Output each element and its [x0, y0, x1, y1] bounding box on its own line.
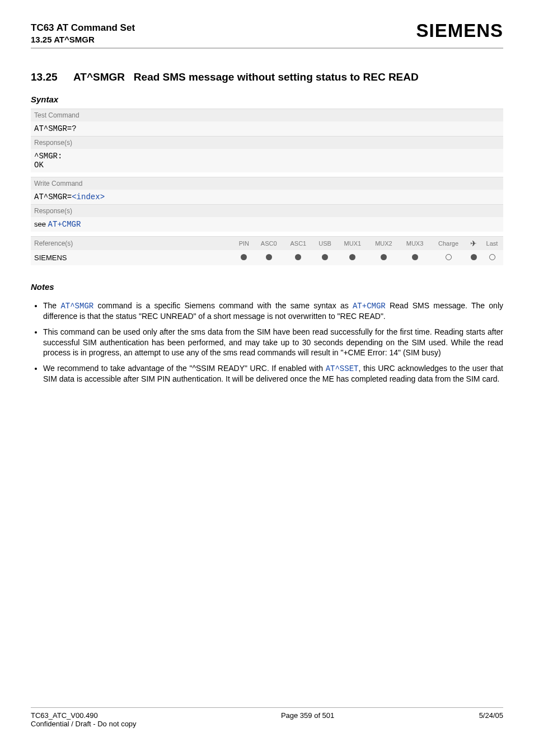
dot-asc1 — [284, 250, 313, 265]
note1-pre: The — [43, 301, 60, 310]
page-footer: TC63_ATC_V00.490 Confidential / Draft - … — [31, 707, 503, 728]
col-mux3: MUX3 — [399, 237, 430, 251]
col-usb: USB — [313, 237, 337, 251]
col-mux2: MUX2 — [368, 237, 400, 251]
note-item-2: This command can be used only after the … — [43, 327, 503, 358]
dot-mux1 — [337, 250, 368, 265]
col-mux1: MUX1 — [337, 237, 368, 251]
section-title-rest: Read SMS message without setting status … — [134, 71, 419, 83]
footer-date: 5/24/05 — [479, 711, 503, 728]
responses-label: Response(s) — [31, 137, 503, 149]
section-reference: 13.25 AT^SMGR — [31, 35, 135, 44]
test-response-line2: OK — [34, 161, 500, 170]
dot-charge — [430, 250, 466, 265]
notes-heading: Notes — [31, 282, 503, 292]
col-pin: PIN — [234, 237, 254, 251]
col-charge: Charge — [430, 237, 466, 251]
references-value: SIEMENS — [31, 250, 234, 265]
footer-page-number: Page 359 of 501 — [137, 711, 479, 728]
doc-title: TC63 AT Command Set — [31, 22, 135, 34]
write-command-param-link[interactable]: <index> — [72, 192, 105, 201]
write-command-prefix: AT^SMGR= — [34, 192, 72, 201]
note1-mid: command is a specific Siemens command wi… — [93, 301, 353, 310]
footer-doc-id: TC63_ATC_V00.490 — [31, 711, 137, 720]
dot-mux2 — [368, 250, 400, 265]
footer-left: TC63_ATC_V00.490 Confidential / Draft - … — [31, 711, 137, 728]
dot-usb — [313, 250, 337, 265]
test-response-line1: ^SMGR: — [34, 152, 500, 161]
header-left: TC63 AT Command Set 13.25 AT^SMGR — [31, 22, 135, 44]
write-response-link[interactable]: AT+CMGR — [48, 220, 81, 229]
dot-asc0 — [254, 250, 284, 265]
syntax-heading: Syntax — [31, 95, 503, 104]
note-item-3: We recommend to take advantage of the "^… — [43, 363, 503, 384]
notes-list: The AT^SMGR command is a specific Siemen… — [31, 300, 503, 389]
dot-mux3 — [399, 250, 430, 265]
section-cmd: AT^SMGR — [73, 71, 125, 83]
write-response-prefix: see — [34, 220, 48, 228]
brand-logo: SIEMENS — [416, 20, 503, 41]
col-last: Last — [481, 237, 503, 251]
note1-cmd1-link[interactable]: AT^SMGR — [60, 302, 93, 311]
col-asc0: ASC0 — [254, 237, 284, 251]
syntax-table: Test Command AT^SMGR=? Response(s) ^SMGR… — [31, 109, 503, 265]
write-responses-label: Response(s) — [31, 205, 503, 218]
note1-cmd2-link[interactable]: AT+CMGR — [353, 302, 386, 311]
airplane-icon: ✈ — [470, 239, 477, 248]
section-title-text: AT^SMGR Read SMS message without setting… — [73, 71, 503, 83]
section-heading: 13.25 AT^SMGR Read SMS message without s… — [31, 71, 503, 83]
col-asc1: ASC1 — [284, 237, 313, 251]
note3-cmd-link[interactable]: AT^SSET — [326, 364, 359, 373]
write-command-label: Write Command — [31, 177, 503, 190]
page-header: TC63 AT Command Set 13.25 AT^SMGR SIEMEN… — [31, 22, 503, 49]
note3-pre: We recommend to take advantage of the "^… — [43, 364, 326, 373]
note-item-1: The AT^SMGR command is a specific Siemen… — [43, 300, 503, 321]
test-command-label: Test Command — [31, 109, 503, 122]
dot-last — [481, 250, 503, 265]
section-number: 13.25 — [31, 71, 73, 83]
test-command: AT^SMGR=? — [34, 124, 77, 133]
footer-confidential: Confidential / Draft - Do not copy — [31, 720, 137, 728]
dot-air — [466, 250, 481, 265]
dot-pin — [234, 250, 254, 265]
references-label: Reference(s) — [31, 237, 234, 251]
